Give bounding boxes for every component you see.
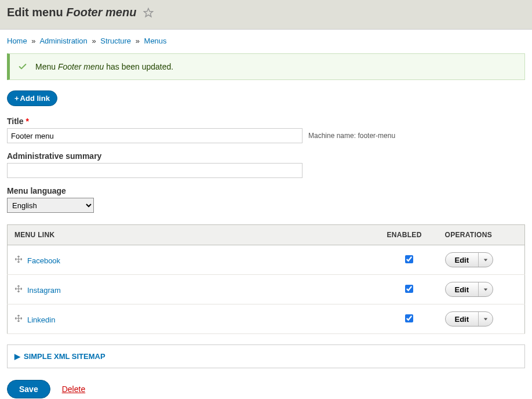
column-header-enabled: Enabled bbox=[380, 225, 438, 245]
machine-name-label: Machine name: bbox=[308, 132, 358, 140]
status-text-suffix: has been updated. bbox=[104, 62, 173, 71]
status-text-name: Footer menu bbox=[58, 62, 104, 71]
add-link-button[interactable]: +Add link bbox=[7, 90, 57, 106]
operations-dropbutton: Edit bbox=[445, 282, 494, 297]
add-link-label: Add link bbox=[20, 94, 50, 103]
plus-icon: + bbox=[14, 94, 19, 103]
page-title: Edit menu Footer menu bbox=[7, 6, 140, 19]
drag-handle-icon[interactable] bbox=[14, 255, 23, 265]
sitemap-legend-text: Simple XML Sitemap bbox=[24, 352, 105, 361]
page-header: Edit menu Footer menu bbox=[0, 0, 532, 30]
language-label: Menu language bbox=[7, 186, 525, 195]
required-indicator: * bbox=[25, 117, 28, 126]
menu-link[interactable]: Instagram bbox=[27, 286, 61, 295]
check-icon bbox=[18, 62, 27, 73]
breadcrumb-item-home[interactable]: Home bbox=[7, 37, 27, 45]
drag-handle-icon[interactable] bbox=[14, 285, 23, 295]
table-row: FacebookEdit bbox=[8, 245, 525, 275]
delete-link[interactable]: Delete bbox=[62, 385, 85, 394]
enabled-checkbox[interactable] bbox=[405, 285, 413, 293]
breadcrumb-separator: » bbox=[31, 37, 35, 45]
triangle-right-icon: ▶ bbox=[14, 352, 20, 361]
column-header-link: Menu Link bbox=[8, 225, 380, 245]
chevron-down-icon bbox=[484, 288, 487, 291]
enabled-checkbox[interactable] bbox=[405, 314, 413, 322]
edit-button[interactable]: Edit bbox=[446, 312, 479, 326]
summary-input[interactable] bbox=[7, 163, 303, 178]
breadcrumb: Home » Administration » Structure » Menu… bbox=[7, 37, 525, 45]
enabled-cell bbox=[380, 304, 438, 334]
machine-name-value: footer-menu bbox=[358, 132, 395, 140]
menu-links-table: Menu Link Enabled Operations FacebookEdi… bbox=[7, 224, 525, 334]
page-title-menu-name: Footer menu bbox=[66, 6, 136, 19]
breadcrumb-item-administration[interactable]: Administration bbox=[39, 37, 87, 45]
dropdown-arrow-button[interactable] bbox=[479, 253, 493, 267]
summary-field-wrapper: Administrative summary bbox=[7, 151, 525, 178]
operations-dropbutton: Edit bbox=[445, 311, 494, 327]
save-button[interactable]: Save bbox=[7, 380, 50, 398]
breadcrumb-item-menus[interactable]: Menus bbox=[144, 37, 167, 45]
enabled-cell bbox=[380, 245, 438, 275]
language-select[interactable]: English bbox=[7, 198, 94, 213]
language-field-wrapper: Menu language English bbox=[7, 186, 525, 213]
operations-cell: Edit bbox=[438, 275, 525, 304]
dropdown-arrow-button[interactable] bbox=[479, 312, 493, 326]
breadcrumb-separator: » bbox=[92, 37, 96, 45]
title-input[interactable] bbox=[7, 128, 303, 143]
title-label: Title * bbox=[7, 117, 525, 126]
edit-button[interactable]: Edit bbox=[446, 282, 479, 296]
sitemap-fieldset: ▶ Simple XML Sitemap bbox=[7, 344, 525, 368]
status-text-prefix: Menu bbox=[35, 62, 58, 71]
link-cell: Instagram bbox=[8, 275, 380, 304]
drag-handle-icon[interactable] bbox=[14, 314, 23, 324]
chevron-down-icon bbox=[484, 318, 487, 320]
operations-cell: Edit bbox=[438, 304, 525, 334]
sitemap-toggle[interactable]: ▶ Simple XML Sitemap bbox=[14, 352, 518, 361]
operations-dropbutton: Edit bbox=[445, 252, 494, 267]
edit-button[interactable]: Edit bbox=[446, 253, 479, 267]
machine-name-display: Machine name: footer-menu bbox=[308, 132, 395, 140]
svg-marker-0 bbox=[144, 9, 152, 17]
menu-link[interactable]: Facebook bbox=[27, 256, 60, 265]
link-cell: Facebook bbox=[8, 245, 380, 275]
dropdown-arrow-button[interactable] bbox=[479, 282, 493, 296]
breadcrumb-item-structure[interactable]: Structure bbox=[100, 37, 131, 45]
table-row: LinkedinEdit bbox=[8, 304, 525, 334]
link-cell: Linkedin bbox=[8, 304, 380, 334]
operations-cell: Edit bbox=[438, 245, 525, 275]
status-message: Menu Footer menu has been updated. bbox=[7, 53, 525, 80]
title-label-text: Title bbox=[7, 117, 24, 126]
title-field-wrapper: Title * Machine name: footer-menu bbox=[7, 117, 525, 143]
table-row: InstagramEdit bbox=[8, 275, 525, 304]
column-header-operations: Operations bbox=[438, 225, 525, 245]
chevron-down-icon bbox=[484, 259, 487, 261]
favorite-star-icon[interactable] bbox=[143, 8, 154, 21]
breadcrumb-separator: » bbox=[136, 37, 140, 45]
menu-link[interactable]: Linkedin bbox=[27, 315, 55, 324]
page-title-prefix: Edit menu bbox=[7, 6, 66, 19]
enabled-checkbox[interactable] bbox=[405, 255, 413, 263]
summary-label: Administrative summary bbox=[7, 151, 525, 161]
form-actions: Save Delete bbox=[7, 380, 525, 398]
enabled-cell bbox=[380, 275, 438, 304]
